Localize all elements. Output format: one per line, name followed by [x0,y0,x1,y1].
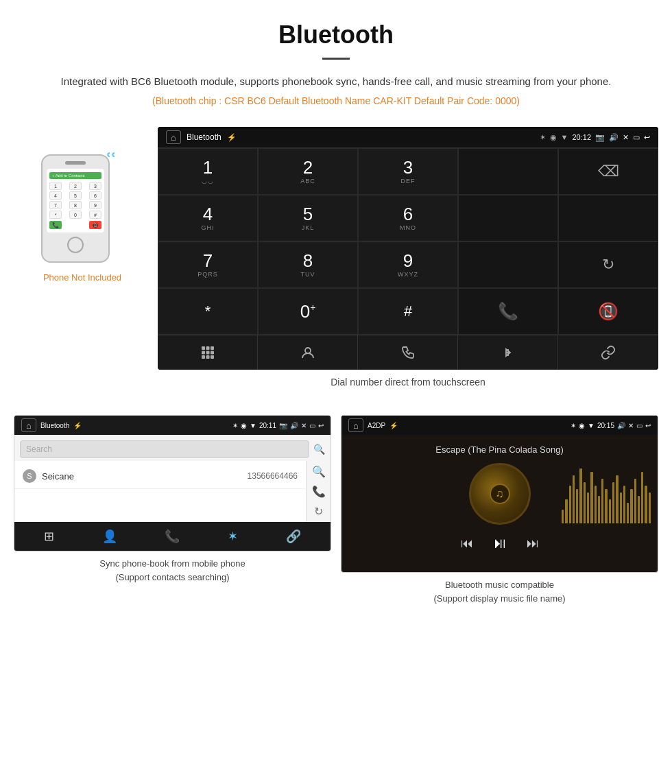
album-art: ♫ [469,463,531,525]
window-icon[interactable]: ▭ [633,133,640,142]
ms-status-left: ⌂ A2DP ⚡ [348,418,398,432]
play-pause-button[interactable]: ⏯ [492,534,507,552]
pb-home-icon[interactable]: ⌂ [21,418,36,432]
camera-icon: 📷 [595,133,605,142]
pb-loc-icon: ◉ [241,422,247,429]
pb-usb-icon: ⚡ [73,422,82,429]
key-empty-r1c4 [458,148,558,195]
phone-home-button [67,237,84,253]
key-empty-r2c5 [558,195,658,241]
ms-vol-icon: 🔊 [617,422,625,429]
dial-caption: Dial number direct from touchscreen [158,377,658,388]
toolbar-phone[interactable] [358,335,458,370]
pb-title: Bluetooth [40,422,69,429]
key-hash[interactable]: # [358,288,458,335]
ms-back-icon[interactable]: ↩ [645,422,651,429]
bottom-section: ⌂ Bluetooth ⚡ ✶ ◉ ▼ 20:11 📷 🔊 ✕ ▭ ↩ [0,401,672,619]
toolbar-keypad[interactable] [158,335,258,370]
back-icon[interactable]: ↩ [644,133,650,142]
pb-toolbar-keypad-icon[interactable]: ⊞ [44,529,54,544]
ms-win-icon[interactable]: ▭ [636,422,643,429]
pb-back-icon[interactable]: ↩ [318,422,324,429]
pb-toolbar-phone-icon[interactable]: 📞 [165,529,180,544]
home-icon[interactable]: ⌂ [166,130,181,144]
backspace-key[interactable]: ⌫ [558,148,658,195]
pb-vol-icon: 🔊 [290,422,298,429]
phone-mockup: + Add to Contacts 123 456 789 *0# [41,154,110,263]
svg-rect-2 [202,346,205,350]
pb-status-right: ✶ ◉ ▼ 20:11 📷 🔊 ✕ ▭ ↩ [232,422,324,429]
key-5[interactable]: 5 JKL [258,195,358,241]
key-star[interactable]: * [158,288,258,335]
svg-rect-10 [211,355,214,359]
pb-contact-row[interactable]: S Seicane 13566664466 [14,464,306,489]
time-display: 20:12 [572,133,591,141]
pb-search-placeholder: Search [26,444,52,454]
ms-loc-icon: ◉ [579,422,585,429]
toolbar-contacts[interactable] [258,335,358,370]
ms-time: 20:15 [597,422,614,429]
dial-status-right: ✶ ◉ ▼ 20:12 📷 🔊 ✕ ▭ ↩ [540,133,650,142]
key-0[interactable]: 0+ [258,288,358,335]
ms-close-icon[interactable]: ✕ [628,422,634,429]
pb-win-icon[interactable]: ▭ [309,422,315,429]
svg-rect-5 [202,351,205,355]
pb-wifi-icon: ▼ [250,422,256,429]
call-red-key[interactable]: 📵 [558,288,658,335]
main-section: ʿʿ ʿ + Add to Contacts 123 456 [0,120,672,401]
next-button[interactable]: ⏭ [527,536,539,551]
phone-area: ʿʿ ʿ + Add to Contacts 123 456 [14,127,151,283]
music-screen: ⌂ A2DP ⚡ ✶ ◉ ▼ 20:15 🔊 ✕ ▭ ↩ Escape (The… [341,415,658,573]
prev-button[interactable]: ⏮ [461,536,473,551]
key-9[interactable]: 9 WXYZ [358,241,458,288]
key-6[interactable]: 6 MNO [358,195,458,241]
phonebook-screen: ⌂ Bluetooth ⚡ ✶ ◉ ▼ 20:11 📷 🔊 ✕ ▭ ↩ [14,415,331,551]
toolbar-link[interactable] [558,335,658,370]
pb-toolbar-contacts-icon[interactable]: 👤 [102,529,117,544]
specs-text: (Bluetooth chip : CSR BC6 Default Blueto… [41,95,631,106]
pb-toolbar-link-icon[interactable]: 🔗 [286,529,301,544]
pb-status-bar: ⌂ Bluetooth ⚡ ✶ ◉ ▼ 20:11 📷 🔊 ✕ ▭ ↩ [14,416,331,435]
key-4[interactable]: 4 GHI [158,195,258,241]
ms-status-right: ✶ ◉ ▼ 20:15 🔊 ✕ ▭ ↩ [571,422,651,429]
svg-rect-6 [206,351,209,355]
key-7[interactable]: 7 PQRS [158,241,258,288]
pb-close-icon[interactable]: ✕ [301,422,307,429]
pb-search-box[interactable]: Search [20,440,309,458]
equalizer [562,463,651,525]
key-2[interactable]: 2 ABC [258,148,358,195]
phone-not-included-label: Phone Not Included [43,272,121,283]
pb-refresh-action-icon[interactable]: ↻ [314,505,323,518]
close-icon[interactable]: ✕ [623,133,629,142]
svg-rect-4 [211,346,214,350]
toolbar-bluetooth[interactable] [458,335,558,370]
search-icon[interactable]: 🔍 [313,444,325,455]
header-section: Bluetooth Integrated with BC6 Bluetooth … [0,0,672,120]
call-green-key[interactable]: 📞 [458,288,558,335]
ms-home-icon[interactable]: ⌂ [348,418,363,432]
dial-status-bar: ⌂ Bluetooth ⚡ ✶ ◉ ▼ 20:12 📷 🔊 ✕ ▭ ↩ [158,127,658,147]
ms-bt-icon: ✶ [571,422,576,429]
pb-call-action-icon[interactable]: 📞 [312,485,326,498]
key-8[interactable]: 8 TUV [258,241,358,288]
description-text: Integrated with BC6 Bluetooth module, su… [41,73,631,90]
pb-time: 20:11 [259,422,276,429]
album-inner-icon: ♫ [490,484,510,504]
pb-toolbar-bt-icon[interactable]: ✶ [228,529,238,544]
key-1[interactable]: 1 ◡◡ [158,148,258,195]
screen-header: + Add to Contacts [49,172,101,179]
refresh-key[interactable]: ↻ [558,241,658,288]
key-empty-r2c4 [458,195,558,241]
ms-wifi-icon: ▼ [588,422,595,429]
pb-cam-icon: 📷 [279,422,287,429]
dial-screen: ⌂ Bluetooth ⚡ ✶ ◉ ▼ 20:12 📷 🔊 ✕ ▭ ↩ [158,127,658,370]
location-icon: ◉ [550,133,557,142]
dial-title: Bluetooth [187,132,221,142]
svg-point-11 [305,348,311,353]
contact-number: 13566664466 [248,471,298,481]
keypad-grid: 1 ◡◡ 2 ABC 3 DEF ⌫ 4 GHI [158,147,658,335]
album-area: ♫ [348,463,651,525]
key-3[interactable]: 3 DEF [358,148,458,195]
pb-search-action-icon[interactable]: 🔍 [312,465,326,478]
pb-list: S Seicane 13566664466 [14,461,306,522]
